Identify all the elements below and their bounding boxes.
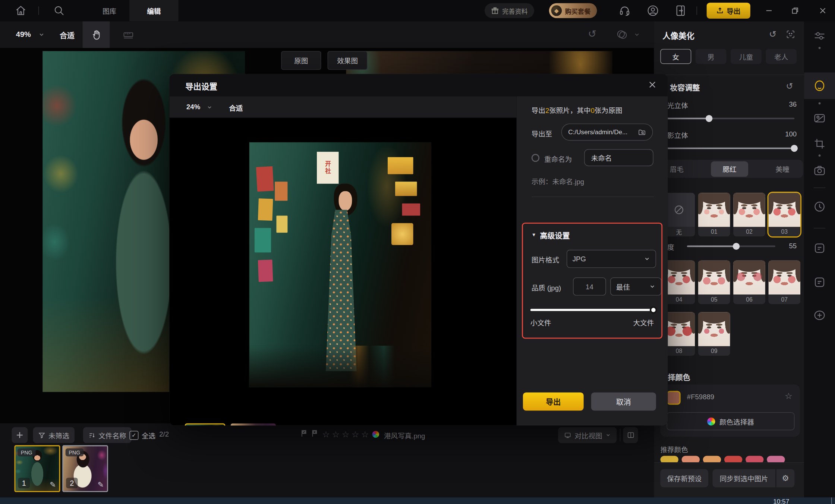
rename-radio[interactable] bbox=[532, 154, 539, 162]
preset-note-icon[interactable] bbox=[813, 242, 826, 255]
blush-preset-01[interactable]: 01 bbox=[698, 193, 730, 236]
degree-slider[interactable] bbox=[687, 246, 775, 247]
quality-slider[interactable] bbox=[530, 309, 656, 311]
rename-input[interactable]: 未命名 bbox=[584, 149, 653, 166]
face-detect-icon[interactable] bbox=[786, 30, 795, 39]
tab-edit[interactable]: 编辑 bbox=[129, 0, 178, 21]
select-all-checkbox[interactable]: ✓ bbox=[129, 431, 138, 440]
search-icon[interactable] bbox=[53, 4, 65, 17]
save-preset-button[interactable]: 保存新预设 bbox=[660, 469, 708, 488]
summary-count: 2 bbox=[545, 107, 549, 114]
preview-fit-button[interactable]: 合适 bbox=[229, 103, 243, 113]
current-color-swatch[interactable] bbox=[667, 391, 681, 405]
flag-reject-icon[interactable] bbox=[311, 429, 318, 438]
blush-preset-02[interactable]: 02 bbox=[733, 193, 765, 236]
flag-pick-icon[interactable] bbox=[300, 429, 308, 438]
original-view-button[interactable]: 原图 bbox=[281, 51, 321, 70]
compare-icon[interactable] bbox=[615, 29, 628, 40]
thumb-number: 1 bbox=[18, 478, 30, 488]
export-thumb-1[interactable]: 1 bbox=[185, 423, 226, 426]
batch-note-icon[interactable] bbox=[813, 276, 826, 289]
export-button[interactable]: 导出 bbox=[707, 3, 750, 19]
star-rating[interactable]: ☆☆☆☆☆ bbox=[322, 429, 371, 439]
folder-browse-icon[interactable] bbox=[638, 128, 646, 136]
category-male[interactable]: 男 bbox=[696, 49, 727, 64]
portrait-tool-active[interactable] bbox=[804, 72, 835, 99]
filter-photo-icon[interactable] bbox=[813, 112, 826, 125]
compare-chevron-down-icon[interactable] bbox=[634, 31, 640, 38]
zoom-chevron-down-icon[interactable] bbox=[38, 31, 45, 38]
buy-package-button[interactable]: ◆ 购买套餐 bbox=[549, 3, 597, 18]
export-preview-area: 24% 合适 开社 bbox=[169, 97, 516, 426]
filmstrip-thumb-2[interactable]: PNG 2 ✎ bbox=[62, 445, 108, 492]
tab-gallery[interactable]: 图库 bbox=[89, 0, 129, 21]
format-value: JPG bbox=[573, 255, 586, 263]
support-headphones-icon[interactable] bbox=[618, 4, 631, 17]
complete-profile-button[interactable]: 完善资料 bbox=[485, 3, 534, 18]
category-child[interactable]: 儿童 bbox=[731, 49, 762, 64]
quality-level-select[interactable]: 最佳 bbox=[610, 277, 661, 296]
category-elder[interactable]: 老人 bbox=[766, 49, 797, 64]
filter-button[interactable]: 未筛选 bbox=[33, 427, 75, 443]
makeup-reset-icon[interactable]: ↺ bbox=[786, 81, 793, 91]
hand-tool-button[interactable] bbox=[82, 21, 110, 48]
camera-icon[interactable] bbox=[813, 164, 826, 177]
format-select[interactable]: JPG bbox=[567, 250, 656, 268]
highlight-slider[interactable] bbox=[660, 118, 794, 119]
crop-icon[interactable] bbox=[813, 138, 826, 150]
sort-button[interactable]: 文件名称 bbox=[83, 427, 132, 443]
restore-button[interactable] bbox=[789, 5, 801, 16]
preset-label: 01 bbox=[698, 227, 730, 237]
reset-view-icon[interactable]: ↺ bbox=[588, 28, 596, 40]
show-desktop-divider[interactable] bbox=[831, 497, 832, 504]
sync-selected-button[interactable]: 同步到选中图片 bbox=[712, 469, 775, 488]
shadow-slider-knob[interactable] bbox=[791, 145, 798, 152]
fit-button[interactable]: 合适 bbox=[60, 30, 75, 41]
add-plus-icon[interactable] bbox=[813, 309, 826, 322]
favorite-star-icon[interactable]: ☆ bbox=[785, 391, 792, 401]
quality-slider-knob[interactable] bbox=[650, 306, 657, 314]
degree-slider-knob[interactable] bbox=[733, 243, 740, 250]
color-picker-button[interactable]: 颜色选择器 bbox=[667, 412, 795, 431]
category-female[interactable]: 女 bbox=[660, 49, 691, 64]
blush-preset-07[interactable]: 07 bbox=[768, 261, 800, 304]
add-image-button[interactable] bbox=[12, 427, 28, 443]
filmstrip-thumb-1[interactable]: PNG 1 ✎ bbox=[15, 445, 60, 492]
export-dialog-title: 导出设置 bbox=[185, 81, 217, 92]
shadow-slider[interactable] bbox=[660, 148, 794, 149]
export-path-input[interactable]: C:/Users/admin/De... bbox=[561, 123, 653, 141]
blush-preset-05[interactable]: 05 bbox=[698, 261, 730, 304]
effect-view-button[interactable]: 效果图 bbox=[328, 51, 368, 70]
blush-preset-03-selected[interactable]: 03 bbox=[768, 193, 800, 236]
highlight-slider-knob[interactable] bbox=[706, 115, 713, 122]
tab-blush[interactable]: 腮红 bbox=[711, 161, 748, 176]
quality-input[interactable]: 14 bbox=[573, 277, 606, 296]
zoom-level[interactable]: 49% bbox=[16, 30, 31, 38]
blush-preset-06[interactable]: 06 bbox=[733, 261, 765, 304]
dialog-export-button[interactable]: 导出 bbox=[523, 393, 584, 411]
tab-eye-contacts[interactable]: 美瞳 bbox=[775, 164, 789, 174]
collapse-triangle-icon[interactable]: ▼ bbox=[532, 232, 536, 237]
preview-zoom-chevron-icon[interactable] bbox=[207, 104, 212, 110]
advanced-settings-title: 高级设置 bbox=[540, 230, 570, 241]
tab-eyebrows[interactable]: 眉毛 bbox=[670, 164, 684, 174]
home-icon[interactable] bbox=[15, 4, 27, 17]
sync-settings-button[interactable]: ⚙ bbox=[776, 469, 794, 488]
adjust-sliders-icon[interactable] bbox=[813, 30, 826, 42]
export-thumb-2[interactable]: 2 bbox=[231, 423, 276, 426]
logout-icon[interactable] bbox=[674, 4, 687, 17]
split-view-button[interactable] bbox=[623, 427, 638, 443]
dialog-close-icon[interactable] bbox=[647, 80, 658, 91]
preview-zoom-level[interactable]: 24% bbox=[186, 103, 200, 111]
account-icon[interactable] bbox=[646, 4, 659, 17]
history-clock-icon[interactable] bbox=[813, 200, 826, 213]
ruler-tool-icon[interactable] bbox=[123, 29, 134, 40]
panel-reset-icon[interactable]: ↺ bbox=[769, 29, 776, 40]
close-button[interactable] bbox=[817, 5, 828, 16]
minimize-button[interactable] bbox=[763, 5, 775, 16]
compare-view-button[interactable]: 对比视图 bbox=[558, 427, 617, 443]
os-taskbar[interactable]: 10:57 bbox=[0, 497, 835, 504]
blush-preset-09[interactable]: 09 bbox=[698, 312, 730, 356]
dialog-cancel-button[interactable]: 取消 bbox=[591, 393, 656, 411]
color-label-icon[interactable] bbox=[372, 431, 379, 438]
